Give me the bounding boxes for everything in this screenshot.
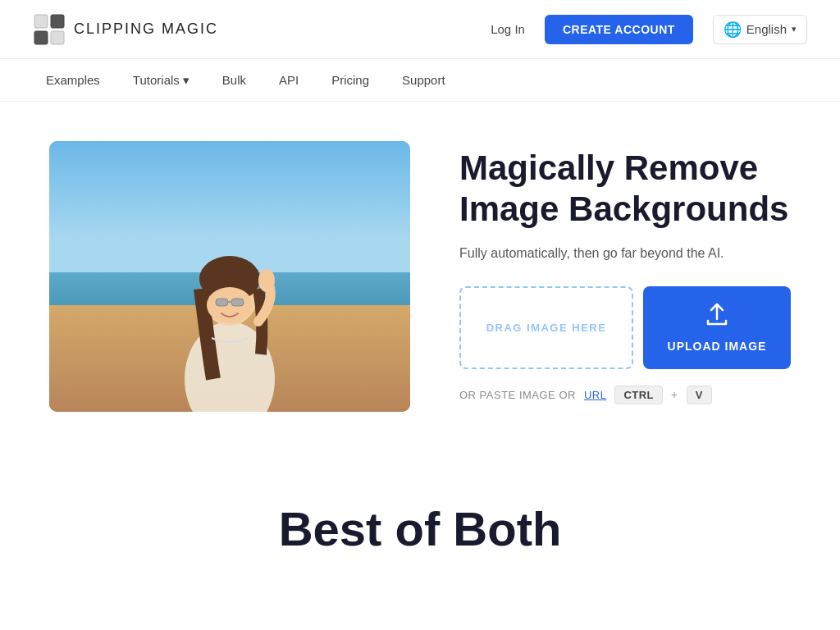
- drag-label: DRAG IMAGE HERE: [486, 322, 607, 334]
- hero-section: Magically Remove Image Backgrounds Fully…: [0, 102, 840, 451]
- nav-tutorials[interactable]: Tutorials ▾: [120, 68, 203, 93]
- hero-content: Magically Remove Image Backgrounds Fully…: [459, 141, 791, 404]
- v-key-badge: V: [687, 386, 712, 404]
- nav-pricing[interactable]: Pricing: [318, 68, 382, 92]
- upload-icon: [705, 303, 729, 331]
- drag-drop-zone[interactable]: DRAG IMAGE HERE: [459, 286, 633, 369]
- svg-point-14: [258, 269, 275, 292]
- upload-area: DRAG IMAGE HERE UPLOAD IMAGE: [459, 286, 791, 369]
- chevron-down-icon: ▾: [792, 24, 797, 34]
- paste-row: OR PASTE IMAGE OR URL CTRL + V: [459, 386, 791, 404]
- hero-subtitle: Fully automatically, then go far beyond …: [459, 244, 791, 263]
- upload-image-button[interactable]: UPLOAD IMAGE: [643, 286, 791, 369]
- svg-point-10: [207, 287, 253, 323]
- hero-image-svg: [49, 141, 410, 412]
- hero-title: Magically Remove Image Backgrounds: [459, 148, 791, 231]
- svg-rect-3: [51, 31, 64, 44]
- hero-image: [49, 141, 410, 412]
- language-selector[interactable]: 🌐 English ▾: [713, 15, 807, 44]
- ctrl-key-badge: CTRL: [614, 386, 663, 404]
- paste-text: OR PASTE IMAGE OR: [459, 389, 576, 401]
- nav-api[interactable]: API: [266, 68, 312, 92]
- svg-rect-0: [34, 15, 48, 28]
- login-link[interactable]: Log In: [491, 22, 525, 36]
- nav-bulk[interactable]: Bulk: [209, 68, 259, 92]
- main-nav: Examples Tutorials ▾ Bulk API Pricing Su…: [0, 59, 840, 102]
- url-link[interactable]: URL: [584, 389, 607, 401]
- logo[interactable]: CLIPPING MAGIC: [33, 13, 218, 46]
- logo-icon: [33, 13, 66, 46]
- svg-rect-1: [51, 15, 64, 28]
- language-label: English: [746, 22, 787, 36]
- svg-rect-12: [231, 299, 244, 306]
- nav-examples[interactable]: Examples: [33, 68, 113, 92]
- nav-support[interactable]: Support: [389, 68, 459, 92]
- create-account-button[interactable]: CREATE ACCOUNT: [545, 15, 693, 44]
- bottom-section: Best of Both: [0, 451, 840, 607]
- globe-icon: 🌐: [724, 21, 742, 39]
- svg-rect-2: [34, 31, 48, 44]
- bottom-title: Best of Both: [33, 500, 807, 558]
- svg-rect-11: [216, 299, 228, 306]
- upload-label: UPLOAD IMAGE: [668, 340, 767, 353]
- chevron-down-icon: ▾: [183, 73, 189, 88]
- plus-sign: +: [671, 388, 678, 401]
- logo-text: CLIPPING MAGIC: [74, 21, 218, 38]
